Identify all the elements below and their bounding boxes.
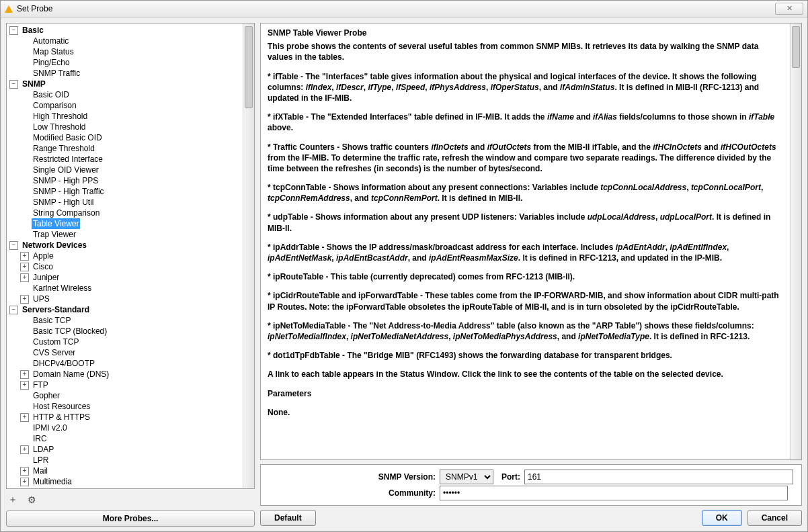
tree-item[interactable]: Karlnet Wireless	[20, 283, 243, 294]
tree-item[interactable]: +Domain Name (DNS)	[20, 369, 243, 380]
tree-item-label[interactable]: Ping/Echo	[32, 57, 71, 68]
tree-item[interactable]: Trap Viewer	[20, 229, 243, 240]
tree-toggle-icon[interactable]: +	[20, 252, 29, 261]
tree-item[interactable]: +LDAP	[20, 444, 243, 455]
ok-button[interactable]: OK	[702, 510, 742, 526]
tree-item-label[interactable]: Low Threshold	[32, 122, 87, 132]
tree-item-label[interactable]: Multimedia	[32, 476, 73, 487]
tree-item[interactable]: SNMP - High Util	[20, 197, 243, 208]
scrollbar-thumb[interactable]	[792, 26, 800, 68]
tree-item[interactable]: +Cisco	[20, 261, 243, 272]
tree-item-label[interactable]: Comparison	[32, 100, 78, 111]
tree-item-label[interactable]: Servers-Standard	[21, 304, 91, 315]
tree-item[interactable]: DHCPv4/BOOTP	[20, 358, 243, 369]
snmp-version-select[interactable]: SNMPv1	[440, 470, 493, 484]
port-input[interactable]	[524, 470, 793, 484]
tree-item[interactable]: +HTTP & HTTPS	[20, 412, 243, 423]
tree-item-label[interactable]: Apple	[32, 251, 55, 261]
tree-item-label[interactable]: Network Devices	[21, 240, 88, 251]
tree-item[interactable]: LPR	[20, 455, 243, 466]
tree-toggle-icon[interactable]: +	[20, 445, 29, 454]
tree-item-label[interactable]: Basic OID	[32, 89, 71, 100]
tree-item-label[interactable]: Mail	[32, 466, 49, 476]
tree-toggle-icon[interactable]: −	[9, 80, 18, 89]
tree-item[interactable]: Single OID Viewer	[20, 165, 243, 175]
tree-item[interactable]: Automatic	[20, 36, 243, 46]
tree-item-label[interactable]: LPR	[32, 455, 50, 466]
tree-toggle-icon[interactable]: −	[9, 241, 18, 250]
tree-item[interactable]: High Threshold	[20, 111, 243, 122]
probe-tree[interactable]: −BasicAutomaticMap StatusPing/EchoSNMP T…	[7, 24, 243, 488]
tree-item[interactable]: −Network Devices	[9, 240, 243, 251]
tree-item[interactable]: Basic OID	[20, 89, 243, 100]
tree-item-label[interactable]: Table Viewer	[32, 218, 80, 229]
tree-item[interactable]: +UPS	[20, 294, 243, 304]
tree-item-label[interactable]: Single OID Viewer	[32, 165, 100, 175]
tree-item-label[interactable]: Domain Name (DNS)	[32, 369, 110, 380]
tree-item-label[interactable]: IRC	[32, 433, 48, 444]
tree-item-label[interactable]: HTTP & HTTPS	[32, 412, 91, 423]
tree-item[interactable]: CVS Server	[20, 347, 243, 358]
tree-item-label[interactable]: Basic TCP (Blocked)	[32, 326, 108, 337]
tree-toggle-icon[interactable]: +	[20, 467, 29, 476]
tree-item[interactable]: −SNMP	[9, 79, 243, 89]
close-button[interactable]: ✕	[775, 3, 803, 15]
tree-item-label[interactable]: String Comparison	[32, 208, 101, 218]
tree-item-label[interactable]: SNMP - High Util	[32, 197, 95, 208]
tree-item[interactable]: SNMP Traffic	[20, 68, 243, 79]
tree-item-label[interactable]: CVS Server	[32, 347, 77, 358]
tree-scrollbar[interactable]	[243, 24, 254, 488]
tree-item-label[interactable]: UPS	[32, 294, 51, 304]
tree-toggle-icon[interactable]: +	[20, 478, 29, 486]
tree-item-label[interactable]: Restricted Interface	[32, 154, 104, 165]
tree-item[interactable]: −Servers-Standard	[9, 304, 243, 315]
tree-toggle-icon[interactable]: +	[20, 413, 29, 422]
tree-item[interactable]: Table Viewer	[20, 218, 243, 229]
tree-item-label[interactable]: Range Threshold	[32, 143, 96, 154]
tree-item[interactable]: Map Status	[20, 46, 243, 57]
tree-item-label[interactable]: Map Status	[32, 46, 75, 57]
tree-item[interactable]: Range Threshold	[20, 143, 243, 154]
tree-item[interactable]: +FTP	[20, 380, 243, 390]
tree-item-label[interactable]: IPMI v2.0	[32, 423, 69, 433]
tree-item-label[interactable]: FTP	[32, 380, 50, 390]
tree-toggle-icon[interactable]: +	[20, 381, 29, 390]
tree-item-label[interactable]: SNMP - High Traffic	[32, 186, 106, 197]
tree-item[interactable]: +Multimedia	[20, 476, 243, 487]
tree-toggle-icon[interactable]: −	[9, 306, 18, 314]
add-icon[interactable]: ＋	[6, 493, 19, 506]
tree-item[interactable]: String Comparison	[20, 208, 243, 218]
tree-item[interactable]: Restricted Interface	[20, 154, 243, 165]
community-input[interactable]	[440, 486, 788, 500]
tree-item-label[interactable]: Karlnet Wireless	[32, 283, 93, 294]
tree-item-label[interactable]: Basic TCP	[32, 315, 72, 326]
tree-item-label[interactable]: SNMP - High PPS	[32, 175, 99, 186]
tree-item[interactable]: SNMP - High Traffic	[20, 186, 243, 197]
tree-item-label[interactable]: Trap Viewer	[32, 229, 77, 240]
default-button[interactable]: Default	[260, 510, 316, 526]
tree-item-label[interactable]: Custom TCP	[32, 337, 80, 347]
cancel-button[interactable]: Cancel	[748, 510, 802, 526]
tree-item-label[interactable]: DHCPv4/BOOTP	[32, 358, 96, 369]
tree-item[interactable]: SNMP - High PPS	[20, 175, 243, 186]
tree-item[interactable]: Modified Basic OID	[20, 132, 243, 143]
tree-item[interactable]: IRC	[20, 433, 243, 444]
tree-item[interactable]: Comparison	[20, 100, 243, 111]
gear-icon[interactable]: ⚙	[25, 493, 38, 506]
tree-item[interactable]: Host Resources	[20, 401, 243, 412]
desc-scrollbar[interactable]	[790, 24, 801, 459]
tree-item-label[interactable]: High Threshold	[32, 111, 89, 122]
tree-item[interactable]: −Basic	[9, 25, 243, 36]
tree-toggle-icon[interactable]: +	[20, 273, 29, 282]
tree-item-label[interactable]: Host Resources	[32, 401, 91, 412]
tree-item[interactable]: Basic TCP	[20, 315, 243, 326]
more-probes-button[interactable]: More Probes...	[6, 511, 255, 527]
tree-item[interactable]: Ping/Echo	[20, 57, 243, 68]
scrollbar-thumb[interactable]	[245, 26, 253, 108]
tree-item[interactable]: +Apple	[20, 251, 243, 261]
tree-item-label[interactable]: Cisco	[32, 261, 54, 272]
tree-item-label[interactable]: SNMP Traffic	[32, 68, 81, 79]
tree-item-label[interactable]: Gopher	[32, 390, 61, 401]
tree-item-label[interactable]: Juniper	[32, 272, 60, 283]
tree-toggle-icon[interactable]: +	[20, 263, 29, 271]
